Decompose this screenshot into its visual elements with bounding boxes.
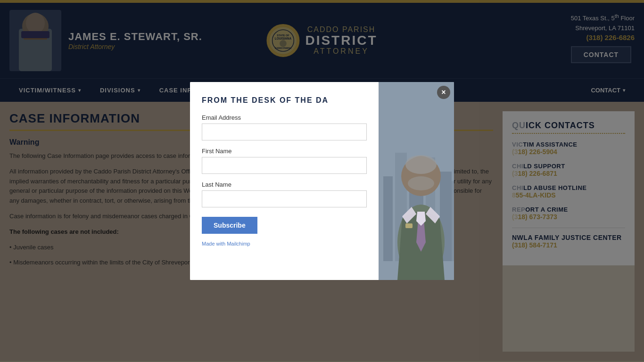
svg-rect-17 [452, 181, 454, 261]
modal-person-image [379, 82, 454, 280]
last-name-form-group: Last Name [202, 181, 367, 207]
modal-form: FROM THE DESK OF THE DA Email Address Fi… [190, 82, 379, 280]
svg-point-21 [405, 155, 437, 174]
svg-rect-12 [383, 176, 393, 261]
person-svg [379, 82, 454, 280]
mailchimp-badge: Made with Mailchimp [202, 241, 367, 247]
subscribe-button[interactable]: Subscribe [202, 217, 257, 234]
email-form-group: Email Address [202, 114, 367, 140]
first-name-input[interactable] [202, 157, 367, 174]
first-name-label: First Name [202, 148, 367, 155]
first-name-form-group: First Name [202, 148, 367, 174]
email-input[interactable] [202, 123, 367, 140]
last-name-label: Last Name [202, 181, 367, 188]
svg-rect-23 [405, 223, 413, 228]
modal-title: FROM THE DESK OF THE DA [202, 96, 367, 105]
modal-content: FROM THE DESK OF THE DA Email Address Fi… [190, 82, 454, 280]
modal-close-button[interactable]: × [437, 86, 450, 99]
last-name-input[interactable] [202, 190, 367, 207]
newsletter-modal: × FROM THE DESK OF THE DA Email Address … [190, 82, 454, 280]
email-label: Email Address [202, 114, 367, 121]
svg-point-22 [408, 176, 434, 190]
modal-overlay[interactable]: × FROM THE DESK OF THE DA Email Address … [0, 0, 644, 362]
